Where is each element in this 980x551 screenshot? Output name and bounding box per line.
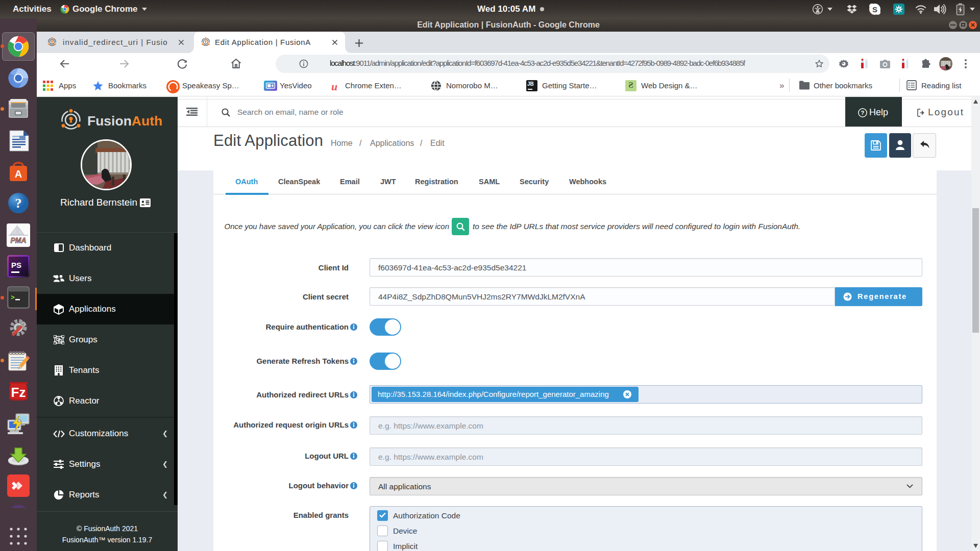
svg-text:A: A <box>15 168 22 180</box>
svg-text:>: > <box>11 294 15 302</box>
svg-text:PS: PS <box>11 261 21 269</box>
svg-text:?: ? <box>15 196 22 211</box>
svg-text:S: S <box>872 5 877 14</box>
svg-text:?: ? <box>861 110 865 116</box>
svg-text:Fz: Fz <box>11 385 26 400</box>
svg-text:PMA: PMA <box>10 236 26 244</box>
